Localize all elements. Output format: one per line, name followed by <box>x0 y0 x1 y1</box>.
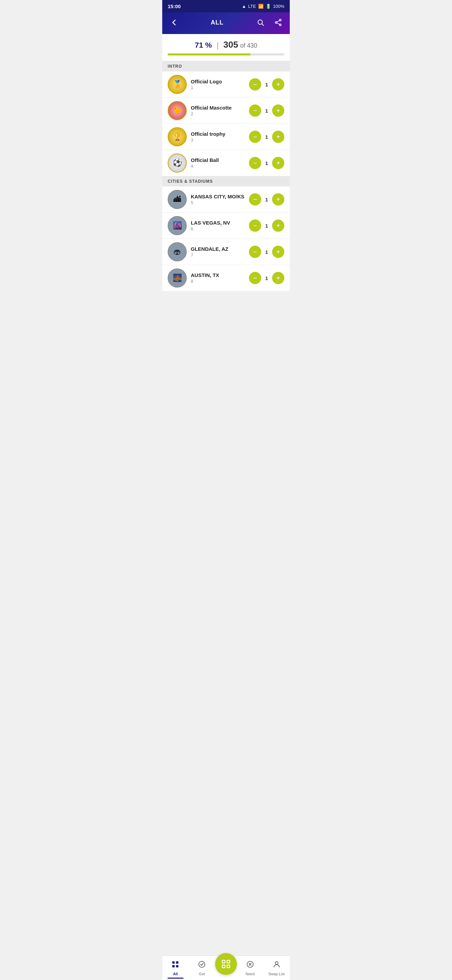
decrement-button-glendale[interactable]: − <box>249 246 261 258</box>
section-header-cities: CITIES & STADIUMS <box>162 176 290 186</box>
progress-total: of 430 <box>240 42 257 49</box>
decrement-button-las-vegas[interactable]: − <box>249 220 261 232</box>
svg-point-2 <box>279 19 281 21</box>
battery-pct: 100% <box>273 4 284 9</box>
status-bar: 15:00 ▲ LTE 📶 🔋 100% <box>162 0 290 12</box>
progress-bar-fill <box>168 53 251 56</box>
item-controls-austin: − 1 + <box>249 272 284 284</box>
svg-line-6 <box>277 23 279 24</box>
increment-button-official-mascotte[interactable]: + <box>272 105 284 117</box>
item-controls-official-logo: − 1 + <box>249 78 284 91</box>
list-item: 🏙 KANSAS CITY, MO/KS 5 − 1 + <box>162 186 290 213</box>
item-number: 3 <box>191 137 245 143</box>
avatar-official-ball: ⚽ <box>168 153 187 172</box>
svg-point-4 <box>276 22 277 24</box>
item-number: 8 <box>191 279 245 284</box>
count-official-ball: 1 <box>264 160 270 166</box>
item-info-kansas-city: KANSAS CITY, MO/KS 5 <box>191 194 245 205</box>
item-info-official-logo: Official Logo 1 <box>191 79 245 90</box>
progress-section: 71 % | 305 of 430 <box>162 34 290 61</box>
decrement-button-official-ball[interactable]: − <box>249 157 261 169</box>
count-glendale: 1 <box>264 249 270 255</box>
increment-button-kansas-city[interactable]: + <box>272 193 284 205</box>
increment-button-official-trophy[interactable]: + <box>272 130 284 143</box>
item-number: 5 <box>191 200 245 205</box>
signal-icon: 📶 <box>258 4 263 9</box>
header: ALL <box>162 12 290 34</box>
item-number: 2 <box>191 111 245 116</box>
header-title: ALL <box>180 19 254 26</box>
progress-divider: | <box>217 41 219 49</box>
share-button[interactable] <box>272 16 284 29</box>
avatar-official-trophy: 🏆 <box>168 127 187 146</box>
item-title: GLENDALE, AZ <box>191 246 245 252</box>
list-item: 🏆 Official trophy 3 − 1 + <box>162 124 290 150</box>
item-controls-official-mascotte: − 1 + <box>249 105 284 117</box>
item-info-las-vegas: LAS VEGAS, NV 6 <box>191 220 245 231</box>
count-las-vegas: 1 <box>264 223 270 229</box>
svg-point-3 <box>279 24 281 26</box>
item-title: AUSTIN, TX <box>191 272 245 278</box>
avatar-glendale: 🏟 <box>168 242 187 261</box>
increment-button-official-logo[interactable]: + <box>272 78 284 91</box>
list-item: 🏟 GLENDALE, AZ 7 − 1 + <box>162 239 290 265</box>
item-number: 7 <box>191 253 245 258</box>
main-content: 71 % | 305 of 430 INTRO 🏅 Official Logo … <box>162 34 290 318</box>
item-number: 1 <box>191 85 245 90</box>
count-kansas-city: 1 <box>264 197 270 202</box>
count-austin: 1 <box>264 275 270 281</box>
decrement-button-kansas-city[interactable]: − <box>249 193 261 205</box>
svg-line-1 <box>262 24 263 25</box>
list-item: 🏅 Official Logo 1 − 1 + <box>162 72 290 98</box>
section-header-intro: INTRO <box>162 61 290 72</box>
progress-percentage: 71 % <box>195 41 212 49</box>
item-controls-official-trophy: − 1 + <box>249 130 284 143</box>
increment-button-las-vegas[interactable]: + <box>272 220 284 232</box>
increment-button-official-ball[interactable]: + <box>272 157 284 169</box>
item-title: Official Mascotte <box>191 105 245 111</box>
decrement-button-official-logo[interactable]: − <box>249 78 261 91</box>
battery-icon: 🔋 <box>266 4 271 9</box>
increment-button-austin[interactable]: + <box>272 272 284 284</box>
item-title: Official trophy <box>191 131 245 137</box>
avatar-official-mascotte: 🐤 <box>168 101 187 120</box>
lte-label: LTE <box>248 4 256 9</box>
item-number: 6 <box>191 226 245 231</box>
item-controls-kansas-city: − 1 + <box>249 193 284 205</box>
header-actions <box>254 16 284 29</box>
item-controls-glendale: − 1 + <box>249 246 284 258</box>
item-controls-las-vegas: − 1 + <box>249 220 284 232</box>
item-info-official-trophy: Official trophy 3 <box>191 131 245 143</box>
item-info-official-mascotte: Official Mascotte 2 <box>191 105 245 116</box>
avatar-kansas-city: 🏙 <box>168 190 187 209</box>
decrement-button-austin[interactable]: − <box>249 272 261 284</box>
item-info-austin: AUSTIN, TX 8 <box>191 272 245 284</box>
count-official-trophy: 1 <box>264 134 270 140</box>
list-item: 🐤 Official Mascotte 2 − 1 + <box>162 98 290 124</box>
decrement-button-official-mascotte[interactable]: − <box>249 105 261 117</box>
avatar-austin: 🌉 <box>168 269 187 288</box>
count-official-logo: 1 <box>264 82 270 88</box>
list-item: 🌉 AUSTIN, TX 8 − 1 + <box>162 265 290 291</box>
increment-button-glendale[interactable]: + <box>272 246 284 258</box>
item-info-official-ball: Official Ball 4 <box>191 157 245 169</box>
list-item: ⚽ Official Ball 4 − 1 + <box>162 150 290 176</box>
wifi-icon: ▲ <box>242 4 246 9</box>
back-button[interactable] <box>168 16 180 29</box>
progress-count: 305 <box>224 40 238 50</box>
count-official-mascotte: 1 <box>264 108 270 114</box>
decrement-button-official-trophy[interactable]: − <box>249 130 261 143</box>
item-number: 4 <box>191 164 245 169</box>
item-title: Official Ball <box>191 157 245 163</box>
status-icons: ▲ LTE 📶 🔋 100% <box>242 4 284 9</box>
avatar-las-vegas: 🌆 <box>168 216 187 235</box>
search-button[interactable] <box>254 16 266 29</box>
item-title: LAS VEGAS, NV <box>191 220 245 226</box>
svg-line-5 <box>277 21 279 22</box>
list-item: 🌆 LAS VEGAS, NV 6 − 1 + <box>162 213 290 239</box>
item-controls-official-ball: − 1 + <box>249 157 284 169</box>
progress-bar-container <box>168 53 284 56</box>
item-info-glendale: GLENDALE, AZ 7 <box>191 246 245 258</box>
avatar-official-logo: 🏅 <box>168 75 187 94</box>
item-title: KANSAS CITY, MO/KS <box>191 194 245 199</box>
